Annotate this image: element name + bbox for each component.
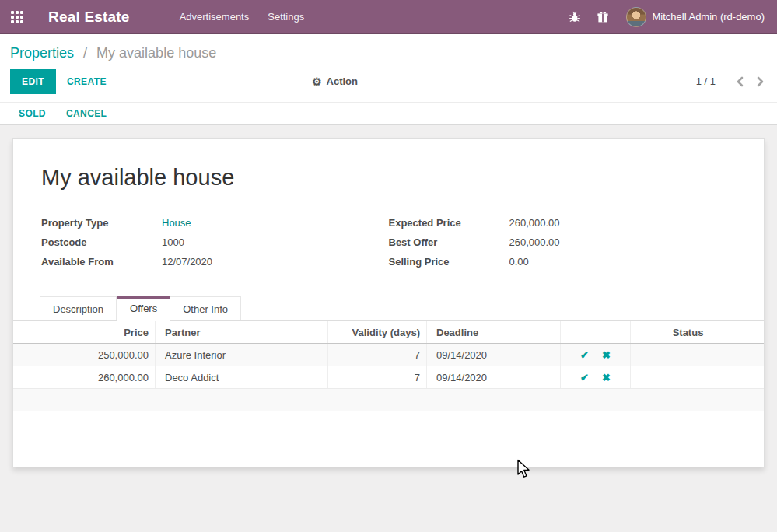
offer-deadline: 09/14/2020 xyxy=(426,366,560,388)
offer-row-deco-addict[interactable]: 260,000.00 Deco Addict 7 09/14/2020 ✔ ✖ xyxy=(13,366,764,389)
statusbar: SOLD CANCEL xyxy=(0,102,777,125)
available-from-value: 12/07/2020 xyxy=(162,256,212,268)
offer-price: 250,000.00 xyxy=(13,344,155,366)
debug-bug-icon[interactable] xyxy=(569,11,581,23)
tab-description[interactable]: Description xyxy=(40,296,117,320)
offer-deadline: 09/14/2020 xyxy=(426,344,560,366)
property-type-label: Property Type xyxy=(41,217,162,229)
accept-offer-icon[interactable]: ✔ xyxy=(580,350,589,360)
tab-other-info[interactable]: Other Info xyxy=(170,296,241,320)
offer-partner: Azure Interior xyxy=(155,344,327,366)
menu-advertisements[interactable]: Advertisements xyxy=(170,0,259,34)
notebook: Description Offers Other Info Price Part… xyxy=(13,296,764,411)
empty-row xyxy=(13,389,764,411)
offers-table-header: Price Partner Validity (days) Deadline S… xyxy=(13,321,764,344)
accept-offer-icon[interactable]: ✔ xyxy=(580,373,589,383)
refuse-offer-icon[interactable]: ✖ xyxy=(602,350,611,360)
sold-button[interactable]: SOLD xyxy=(19,108,46,119)
user-avatar[interactable] xyxy=(626,7,646,27)
offer-validity: 7 xyxy=(327,344,426,366)
selling-price-value: 0.00 xyxy=(509,256,529,268)
user-name[interactable]: Mitchell Admin (rd-demo) xyxy=(653,11,765,23)
page-content: My available house Property Type House P… xyxy=(0,125,777,467)
refuse-offer-icon[interactable]: ✖ xyxy=(602,373,611,383)
breadcrumb: Properties / My available house xyxy=(10,44,765,61)
expected-price-label: Expected Price xyxy=(389,217,509,229)
column-header-deadline[interactable]: Deadline xyxy=(426,321,560,343)
pager: 1 / 1 xyxy=(696,75,765,87)
breadcrumb-properties[interactable]: Properties xyxy=(10,45,74,61)
column-header-actions xyxy=(560,321,630,343)
create-button[interactable]: CREATE xyxy=(67,76,107,87)
pager-next-icon[interactable] xyxy=(757,76,765,87)
notebook-tabs: Description Offers Other Info xyxy=(13,296,764,321)
offer-price: 260,000.00 xyxy=(13,366,155,388)
control-panel-buttons: EDIT CREATE ⚙ Action 1 / 1 xyxy=(10,69,765,93)
column-header-validity[interactable]: Validity (days) xyxy=(327,321,426,343)
best-offer-value: 260,000.00 xyxy=(509,236,560,249)
best-offer-label: Best Offer xyxy=(389,236,509,249)
gift-icon[interactable] xyxy=(597,11,609,23)
offer-row-azure-interior[interactable]: 250,000.00 Azure Interior 7 09/14/2020 ✔… xyxy=(13,344,764,366)
property-type-value[interactable]: House xyxy=(162,217,191,229)
navbar-right: Mitchell Admin (rd-demo) xyxy=(553,7,765,27)
column-header-partner[interactable]: Partner xyxy=(155,321,327,343)
action-menu-button[interactable]: ⚙ Action xyxy=(312,75,358,88)
form-sheet: My available house Property Type House P… xyxy=(12,138,765,467)
offer-actions: ✔ ✖ xyxy=(560,344,630,366)
offer-partner: Deco Addict xyxy=(155,366,327,388)
field-group-left: Property Type House Postcode 1000 Availa… xyxy=(41,217,389,275)
available-from-label: Available From xyxy=(41,256,162,268)
menu-settings[interactable]: Settings xyxy=(258,0,313,34)
field-groups: Property Type House Postcode 1000 Availa… xyxy=(41,217,736,275)
tab-offers[interactable]: Offers xyxy=(117,296,170,321)
offers-table: Price Partner Validity (days) Deadline S… xyxy=(13,321,764,411)
offer-actions: ✔ ✖ xyxy=(560,366,630,388)
expected-price-value: 260,000.00 xyxy=(509,217,560,229)
breadcrumb-separator: / xyxy=(83,45,87,61)
breadcrumb-current: My available house xyxy=(96,45,216,61)
apps-grid-icon[interactable] xyxy=(11,11,23,23)
pager-value: 1 / 1 xyxy=(696,75,716,87)
top-navbar: Real Estate Advertisements Settings xyxy=(0,0,777,34)
offer-validity: 7 xyxy=(327,366,426,388)
property-title: My available house xyxy=(41,163,736,191)
navbar-menus: Advertisements Settings xyxy=(170,0,314,34)
gear-icon: ⚙ xyxy=(312,75,322,88)
offer-status xyxy=(630,344,764,366)
pager-previous-icon[interactable] xyxy=(736,76,744,87)
column-header-price[interactable]: Price xyxy=(13,321,155,343)
postcode-label: Postcode xyxy=(41,236,162,249)
action-menu-label: Action xyxy=(327,75,358,87)
control-panel: Properties / My available house EDIT CRE… xyxy=(0,34,777,102)
cancel-button[interactable]: CANCEL xyxy=(66,108,107,119)
offer-status xyxy=(630,366,764,388)
selling-price-label: Selling Price xyxy=(389,256,509,268)
field-group-right: Expected Price 260,000.00 Best Offer 260… xyxy=(389,217,737,275)
column-header-status[interactable]: Status xyxy=(630,321,764,343)
app-brand[interactable]: Real Estate xyxy=(48,9,130,26)
edit-button[interactable]: EDIT xyxy=(10,69,56,94)
postcode-value: 1000 xyxy=(162,236,184,249)
